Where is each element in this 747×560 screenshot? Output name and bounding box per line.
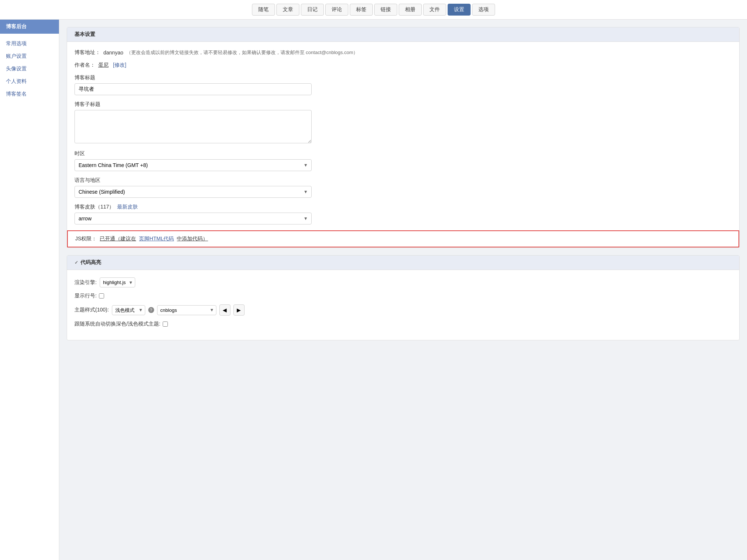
blog-subtitle-input[interactable] (74, 110, 312, 143)
basic-settings-header: 基本设置 (67, 27, 739, 42)
language-row: 语言与地区 Chinese (Simplified) ▼ (74, 177, 732, 198)
nav-riji[interactable]: 日记 (301, 4, 324, 16)
blog-subtitle-label: 博客子标题 (74, 101, 732, 108)
language-label: 语言与地区 (74, 177, 732, 184)
author-name-value: 蛋尼 (98, 62, 109, 69)
nav-biaoqian[interactable]: 标签 (350, 4, 373, 16)
blog-title-input[interactable] (74, 83, 312, 95)
theme-prev-button[interactable]: ◀ (219, 304, 230, 316)
blog-address-row: 博客地址： dannyao （更改会造成以前的博文链接失效，请不要轻易修改，如果… (74, 49, 732, 56)
js-permission-link[interactable]: 页脚HTML代码 (139, 236, 174, 242)
blog-address-hint: （更改会造成以前的博文链接失效，请不要轻易修改，如果确认要修改，请发邮件至 co… (126, 49, 358, 56)
theme-name-select-wrapper: cnblogs ▼ (157, 305, 216, 315)
theme-help-icon[interactable]: ? (148, 307, 154, 313)
top-navigation: 随笔 文章 日记 评论 标签 链接 相册 文件 设置 选项 (0, 0, 747, 20)
basic-settings-body: 博客地址： dannyao （更改会造成以前的博文链接失效，请不要轻易修改，如果… (67, 42, 739, 247)
code-highlight-section: ✓ 代码高亮 渲染引擎: highlight.js ▼ 显示行号: (67, 255, 740, 340)
author-name-label: 作者名： (74, 62, 95, 69)
author-name-modify-link[interactable]: [修改] (113, 62, 126, 69)
nav-suibi[interactable]: 随笔 (252, 4, 275, 16)
skin-row: 博客皮肤（117） 最新皮肤 arrow ▼ (74, 204, 732, 224)
js-permission-text: 已开通（建议在 (100, 236, 136, 242)
sidebar-item-account[interactable]: 账户设置 (0, 50, 59, 63)
timezone-label: 时区 (74, 150, 732, 157)
sidebar: 博客后台 常用选项 账户设置 头像设置 个人资料 博客签名 (0, 20, 59, 560)
auto-switch-checkbox[interactable] (163, 321, 168, 327)
basic-settings-title: 基本设置 (74, 31, 95, 38)
sidebar-nav: 常用选项 账户设置 头像设置 个人资料 博客签名 (0, 34, 59, 104)
theme-style-label: 主题样式(100): (74, 307, 109, 313)
theme-name-select[interactable]: cnblogs (157, 305, 216, 315)
show-line-num-checkbox[interactable] (99, 293, 104, 299)
language-select-wrapper: Chinese (Simplified) ▼ (74, 186, 312, 198)
blog-address-value: dannyao (103, 50, 123, 56)
show-line-num-row: 显示行号: (74, 293, 732, 299)
main-content: 基本设置 博客地址： dannyao （更改会造成以前的博文链接失效，请不要轻易… (59, 20, 747, 560)
nav-wenjian[interactable]: 文件 (423, 4, 446, 16)
code-highlight-title: 代码高亮 (80, 259, 101, 266)
language-select[interactable]: Chinese (Simplified) (74, 186, 312, 198)
js-permission-row: JS权限： 已开通（建议在 页脚HTML代码 中添加代码） (67, 230, 739, 247)
page-layout: 博客后台 常用选项 账户设置 头像设置 个人资料 博客签名 基本设置 博客地址：… (0, 20, 747, 560)
skin-select[interactable]: arrow (74, 213, 312, 224)
render-engine-select[interactable]: highlight.js (100, 277, 135, 287)
sidebar-item-signature[interactable]: 博客签名 (0, 88, 59, 100)
nav-pinglun[interactable]: 评论 (325, 4, 348, 16)
skin-label: 博客皮肤（117） (74, 204, 114, 210)
sidebar-item-avatar[interactable]: 头像设置 (0, 63, 59, 75)
skin-label-row: 博客皮肤（117） 最新皮肤 (74, 204, 732, 210)
skin-latest-link[interactable]: 最新皮肤 (117, 204, 138, 210)
render-engine-row: 渲染引擎: highlight.js ▼ (74, 277, 732, 287)
theme-style-row: 主题样式(100): 浅色模式 ▼ ? cnblogs ▼ ◀ (74, 304, 732, 316)
blog-address-label: 博客地址： (74, 49, 100, 56)
render-engine-label: 渲染引擎: (74, 279, 97, 286)
sidebar-title: 博客后台 (0, 20, 59, 34)
timezone-row: 时区 Eastern China Time (GMT +8) ▼ (74, 150, 732, 171)
skin-select-wrapper: arrow ▼ (74, 213, 312, 224)
render-engine-select-wrapper: highlight.js ▼ (100, 277, 135, 287)
theme-mode-select-wrapper: 浅色模式 ▼ (112, 305, 145, 315)
nav-wenzhang[interactable]: 文章 (276, 4, 299, 16)
code-highlight-body: 渲染引擎: highlight.js ▼ 显示行号: 主题样式(100): (67, 270, 739, 340)
auto-switch-row: 跟随系统自动切换深色/浅色模式主题: (74, 321, 732, 327)
nav-xiangce[interactable]: 相册 (399, 4, 422, 16)
js-permission-text2: 中添加代码） (177, 236, 208, 242)
nav-xuanxiang[interactable]: 选项 (472, 4, 495, 16)
basic-settings-section: 基本设置 博客地址： dannyao （更改会造成以前的博文链接失效，请不要轻易… (67, 27, 740, 248)
collapse-icon[interactable]: ✓ (74, 260, 78, 265)
blog-title-label: 博客标题 (74, 74, 732, 81)
author-name-row: 作者名： 蛋尼 [修改] (74, 62, 732, 69)
blog-title-row: 博客标题 (74, 74, 732, 95)
sidebar-item-profile[interactable]: 个人资料 (0, 75, 59, 88)
timezone-select[interactable]: Eastern China Time (GMT +8) (74, 159, 312, 171)
sidebar-item-common[interactable]: 常用选项 (0, 37, 59, 50)
theme-next-button[interactable]: ▶ (233, 304, 245, 316)
blog-subtitle-row: 博客子标题 (74, 101, 732, 144)
nav-lianjie[interactable]: 链接 (374, 4, 397, 16)
code-highlight-header: ✓ 代码高亮 (67, 256, 739, 270)
auto-switch-label: 跟随系统自动切换深色/浅色模式主题: (74, 321, 160, 327)
show-line-num-label: 显示行号: (74, 293, 97, 299)
timezone-select-wrapper: Eastern China Time (GMT +8) ▼ (74, 159, 312, 171)
nav-shezhi[interactable]: 设置 (448, 4, 471, 16)
js-permission-label: JS权限： (75, 236, 97, 242)
theme-mode-select[interactable]: 浅色模式 (112, 305, 145, 315)
